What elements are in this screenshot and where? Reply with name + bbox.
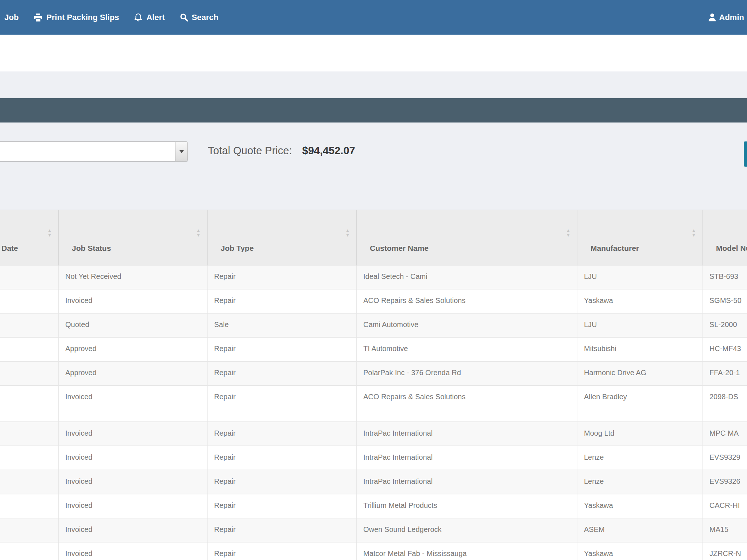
cell-customer-name: IntraPac International (356, 422, 577, 446)
cell-job-status: Approved (58, 338, 207, 362)
cell-job-status: Invoiced (58, 494, 207, 518)
table-row[interactable]: Approved Repair TI Automotive Mitsubishi… (0, 338, 747, 362)
total-quote-label: Total Quote Price: (208, 145, 292, 156)
cell-model-number: CACR-HI (703, 494, 747, 518)
cell-manufacturer: LJU (577, 314, 703, 338)
sort-icon[interactable]: ▲▼ (196, 228, 201, 238)
cell-customer-name: Matcor Metal Fab - Mississauga (356, 542, 577, 560)
column-header-job-type[interactable]: Job Type ▲▼ (207, 210, 356, 265)
cell-job-status: Invoiced (58, 470, 207, 494)
cell-model-number: EVS9326 (703, 470, 747, 494)
cell-job-type: Sale (207, 314, 356, 338)
total-quote-value: $94,452.07 (302, 145, 355, 156)
cell-manufacturer: Allen Bradley (577, 386, 703, 422)
table-row[interactable]: Invoiced Repair Matcor Metal Fab - Missi… (0, 542, 747, 560)
cell-job-type: Repair (207, 542, 356, 560)
cell-manufacturer: Lenze (577, 446, 703, 470)
cell-customer-name: ACO Repairs & Sales Solutions (356, 386, 577, 422)
printer-icon (33, 13, 43, 22)
content-band-white (0, 35, 747, 71)
sort-icon[interactable]: ▲▼ (692, 228, 696, 238)
nav-item-admin[interactable]: Admin (707, 12, 744, 22)
table-row[interactable]: Invoiced Repair Owen Sound Ledgerock ASE… (0, 518, 747, 542)
sort-icon[interactable]: ▲▼ (566, 228, 570, 238)
table-row[interactable]: Invoiced Repair ACO Repairs & Sales Solu… (0, 386, 747, 422)
column-header-manufacturer[interactable]: Manufacturer ▲▼ (577, 210, 703, 265)
cell-date (0, 422, 58, 446)
cell-manufacturer: Yaskawa (577, 494, 703, 518)
cell-job-status: Invoiced (58, 422, 207, 446)
cell-date (0, 386, 58, 422)
table-row[interactable]: Not Yet Received Repair Ideal Setech - C… (0, 265, 747, 289)
total-quote-price: Total Quote Price:$94,452.07 (208, 145, 355, 157)
table-row[interactable]: Invoiced Repair IntraPac International L… (0, 446, 747, 470)
nav-item-alert[interactable]: Alert (133, 12, 165, 22)
cell-manufacturer: Mitsubishi (577, 338, 703, 362)
filter-select[interactable] (0, 141, 188, 162)
cell-job-status: Invoiced (58, 289, 207, 314)
cell-job-type: Repair (207, 518, 356, 542)
cell-job-type: Repair (207, 362, 356, 386)
cell-job-type: Repair (207, 422, 356, 446)
cell-customer-name: Ideal Setech - Cami (356, 265, 577, 289)
nav-item-print-packing-slips[interactable]: Print Packing Slips (33, 13, 119, 22)
cell-date (0, 542, 58, 560)
cell-date (0, 470, 58, 494)
jobs-table: Date ▲▼ Job Status ▲▼ Job Type ▲▼ Custom… (0, 210, 747, 560)
table-row[interactable]: Invoiced Repair Trillium Metal Products … (0, 494, 747, 518)
cell-manufacturer: Moog Ltd (577, 422, 703, 446)
cell-model-number: MA15 (703, 518, 747, 542)
nav-item-label: Admin (719, 13, 744, 22)
cell-job-type: Repair (207, 386, 356, 422)
cell-date (0, 362, 58, 386)
table-row[interactable]: Invoiced Repair ACO Repairs & Sales Solu… (0, 289, 747, 314)
cell-date (0, 494, 58, 518)
cell-model-number: MPC MA (703, 422, 747, 446)
column-header-model-number[interactable]: Model Number (703, 210, 747, 265)
cell-customer-name: IntraPac International (356, 446, 577, 470)
nav-item-label: Print Packing Slips (46, 13, 119, 22)
cell-job-status: Not Yet Received (58, 265, 207, 289)
nav-item-job[interactable]: Job (4, 13, 19, 22)
top-navbar: Job Print Packing Slips Alert Searc (0, 0, 747, 35)
table-row[interactable]: Invoiced Repair IntraPac International L… (0, 470, 747, 494)
table-row[interactable]: Approved Repair PolarPak Inc - 376 Orend… (0, 362, 747, 386)
table-row[interactable]: Invoiced Repair IntraPac International M… (0, 422, 747, 446)
section-header-bar (0, 98, 747, 122)
cell-date (0, 338, 58, 362)
cell-model-number: EVS9329 (703, 446, 747, 470)
cell-customer-name: Trillium Metal Products (356, 494, 577, 518)
cell-job-type: Repair (207, 338, 356, 362)
cell-customer-name: TI Automotive (356, 338, 577, 362)
column-header-date[interactable]: Date ▲▼ (0, 210, 58, 265)
sort-icon[interactable]: ▲▼ (345, 228, 350, 238)
cell-job-type: Repair (207, 470, 356, 494)
cell-model-number: SL-2000 (703, 314, 747, 338)
cell-model-number: 2098-DS (703, 386, 747, 422)
nav-item-label: Job (4, 13, 19, 22)
table-header-row: Date ▲▼ Job Status ▲▼ Job Type ▲▼ Custom… (0, 210, 747, 265)
nav-item-label: Alert (146, 13, 165, 22)
bell-icon (133, 12, 143, 22)
action-button[interactable] (744, 141, 747, 167)
cell-model-number: SGMS-50 (703, 289, 747, 314)
cell-customer-name: Cami Automotive (356, 314, 577, 338)
cell-job-type: Repair (207, 265, 356, 289)
cell-manufacturer: Yaskawa (577, 289, 703, 314)
cell-customer-name: ACO Repairs & Sales Solutions (356, 289, 577, 314)
cell-manufacturer: Yaskawa (577, 542, 703, 560)
cell-manufacturer: ASEM (577, 518, 703, 542)
cell-date (0, 446, 58, 470)
cell-job-type: Repair (207, 494, 356, 518)
column-header-job-status[interactable]: Job Status ▲▼ (58, 210, 207, 265)
nav-item-search[interactable]: Search (179, 13, 218, 22)
cell-date (0, 314, 58, 338)
cell-date (0, 289, 58, 314)
column-header-customer-name[interactable]: Customer Name ▲▼ (356, 210, 577, 265)
cell-model-number: JZRCR-N (703, 542, 747, 560)
cell-customer-name: Owen Sound Ledgerock (356, 518, 577, 542)
chevron-down-icon[interactable] (175, 142, 187, 161)
table-row[interactable]: Quoted Sale Cami Automotive LJU SL-2000 (0, 314, 747, 338)
sort-icon[interactable]: ▲▼ (47, 228, 52, 238)
search-icon (179, 13, 189, 22)
